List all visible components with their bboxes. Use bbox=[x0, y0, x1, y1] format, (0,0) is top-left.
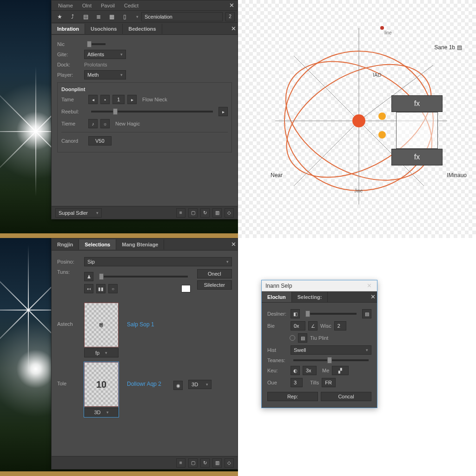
stop-icon[interactable]: ▢ bbox=[188, 458, 198, 468]
timeline-bar[interactable] bbox=[0, 233, 238, 238]
tame-prev[interactable]: ◂ bbox=[88, 95, 98, 104]
menu-niame[interactable]: Niame bbox=[53, 1, 78, 10]
chevron-down-icon[interactable]: ▾ bbox=[136, 14, 139, 19]
close-icon[interactable]: ✕ bbox=[229, 240, 238, 249]
tuns-slider[interactable] bbox=[99, 276, 188, 278]
panel-body: Posino: Sip▾ Tuns: ♟ ↤▮▮○ Onecl Silelect… bbox=[52, 251, 238, 423]
deslner-icon[interactable]: ◧ bbox=[291, 309, 300, 318]
fx-box-1[interactable]: fx bbox=[391, 95, 443, 112]
export-icon[interactable]: ⤴ bbox=[67, 12, 78, 21]
oned-button[interactable]: Onecl bbox=[197, 269, 232, 278]
tame-next[interactable]: ▸ bbox=[127, 95, 137, 104]
menu-cedict[interactable]: Cedict bbox=[119, 1, 143, 10]
hist-select[interactable]: Swell▾ bbox=[291, 345, 371, 355]
card-1-label[interactable]: Salp Sop 1 bbox=[127, 321, 154, 328]
stop-icon[interactable]: ▢ bbox=[188, 208, 198, 218]
posino-select[interactable]: Sip▾ bbox=[84, 257, 232, 266]
menu-icon[interactable]: ≡ bbox=[176, 208, 185, 218]
tab-bedections[interactable]: Bedections bbox=[123, 24, 162, 34]
arrow-left-icon[interactable]: ↤ bbox=[84, 284, 93, 293]
tab-rngjin[interactable]: Rngjin bbox=[52, 239, 79, 250]
card-1-thumb[interactable]: ⛨ bbox=[84, 303, 119, 347]
dock-value: Prolotants bbox=[84, 62, 107, 67]
scene-count[interactable]: 2 bbox=[225, 12, 235, 21]
radio-1[interactable] bbox=[290, 335, 295, 341]
reebul-end[interactable]: ▸ bbox=[218, 107, 228, 116]
deslner-slider[interactable] bbox=[305, 313, 357, 315]
color-swatch[interactable] bbox=[181, 285, 191, 292]
star-icon[interactable]: ★ bbox=[54, 12, 65, 21]
me-preview[interactable]: ▞ bbox=[332, 366, 349, 375]
scene-input[interactable] bbox=[141, 12, 223, 21]
card-2-mode[interactable]: 3D▾ bbox=[188, 380, 212, 389]
timeline-bar[interactable] bbox=[0, 471, 238, 476]
pause-icon[interactable]: ▮▮ bbox=[96, 284, 106, 293]
menu-pavoil[interactable]: Pavoil bbox=[96, 1, 119, 10]
node-2[interactable] bbox=[378, 131, 386, 139]
card-2[interactable]: 10 3D▾ bbox=[84, 362, 119, 417]
reebul-slider[interactable] bbox=[91, 111, 213, 112]
svg-line-8 bbox=[294, 121, 359, 186]
oue-input[interactable] bbox=[291, 378, 303, 387]
gite-select[interactable]: Atlients▾ bbox=[84, 50, 126, 59]
keu-input[interactable] bbox=[303, 366, 317, 375]
silecter-button[interactable]: Silelecter bbox=[197, 280, 232, 290]
device-icon[interactable]: ▯ bbox=[119, 12, 130, 21]
drop-icon[interactable]: ◇ bbox=[225, 458, 234, 468]
tab-mang[interactable]: Mang Bteniage bbox=[116, 239, 164, 250]
player-select[interactable]: Meth▾ bbox=[84, 70, 126, 79]
tab-selecting[interactable]: Selecting: bbox=[292, 292, 328, 302]
refresh-icon[interactable]: ↻ bbox=[200, 208, 210, 218]
center-node[interactable] bbox=[352, 114, 365, 127]
rep-button[interactable]: Rep: bbox=[267, 392, 318, 401]
tieme-btn1[interactable]: ♪ bbox=[88, 119, 98, 128]
tuns-icon[interactable]: ♟ bbox=[84, 272, 93, 281]
play-icon[interactable]: ◉ bbox=[173, 381, 183, 390]
angle-icon[interactable]: ∠ bbox=[308, 321, 317, 331]
align-icon[interactable]: ▤ bbox=[298, 333, 307, 343]
node-top[interactable] bbox=[380, 26, 384, 30]
drop-icon[interactable]: ◇ bbox=[225, 208, 234, 218]
wisc-input[interactable] bbox=[334, 321, 346, 331]
close-icon[interactable]: ✕ bbox=[365, 282, 373, 290]
menu-icon[interactable]: ≡ bbox=[176, 458, 185, 468]
fx-box-2[interactable]: fx bbox=[391, 149, 443, 165]
tab-close-icon[interactable]: ✕ bbox=[229, 25, 238, 33]
tab-selections[interactable]: Selections bbox=[79, 239, 116, 250]
tills-input[interactable] bbox=[322, 378, 336, 387]
footer-dropdown[interactable]: Suppal Sdler▾ bbox=[55, 208, 102, 218]
tame-stop[interactable]: ▪ bbox=[100, 95, 110, 104]
deslner-end[interactable]: ▤ bbox=[362, 309, 371, 318]
save-icon[interactable]: ▤ bbox=[80, 12, 91, 21]
dot-icon[interactable]: ○ bbox=[108, 284, 118, 293]
tab-close-icon[interactable]: ✕ bbox=[369, 293, 377, 301]
tab-usochions[interactable]: Usochions bbox=[85, 24, 123, 34]
card-2-button[interactable]: 3D▾ bbox=[84, 408, 119, 417]
value-button[interactable]: V50 bbox=[88, 136, 112, 145]
align-icon[interactable]: ▦ bbox=[106, 12, 117, 21]
tab-eloclun[interactable]: Eloclun bbox=[262, 292, 292, 302]
card-1[interactable]: ⛨ fp▾ bbox=[84, 303, 119, 357]
teanes-slider[interactable] bbox=[293, 359, 369, 361]
card-2-thumb[interactable]: 10 bbox=[84, 362, 119, 407]
node-1[interactable] bbox=[378, 112, 386, 120]
grid-icon[interactable]: ▥ bbox=[212, 208, 222, 218]
keu-icon[interactable]: ◐ bbox=[291, 366, 300, 375]
tab-inbration[interactable]: Inbration bbox=[52, 24, 85, 34]
grid-icon[interactable]: ▥ bbox=[212, 458, 222, 468]
refresh-icon[interactable]: ↻ bbox=[200, 458, 210, 468]
window-titlebar[interactable]: Inann Selp ✕ bbox=[262, 280, 377, 291]
card-2-label[interactable]: Dollowr Aqp 2 bbox=[127, 381, 161, 387]
tame-input[interactable] bbox=[112, 95, 125, 104]
list-icon[interactable]: ≣ bbox=[93, 12, 104, 21]
toolbar: ★ ⤴ ▤ ≣ ▦ ▯ ▾ 2 bbox=[52, 11, 238, 23]
cancel-button[interactable]: Concal bbox=[321, 392, 371, 401]
chevron-down-icon: ▾ bbox=[206, 382, 208, 387]
bie-input[interactable] bbox=[291, 321, 305, 331]
dialog-panel: Inann Selp ✕ Eloclun Selecting: ✕ Deslne… bbox=[238, 238, 476, 476]
selection-rect[interactable] bbox=[396, 112, 438, 149]
close-icon[interactable]: ✕ bbox=[227, 1, 236, 10]
menu-olnt[interactable]: Olnt bbox=[78, 1, 96, 10]
card-1-button[interactable]: fp▾ bbox=[84, 348, 119, 357]
tieme-btn2[interactable]: ☼ bbox=[100, 119, 110, 128]
